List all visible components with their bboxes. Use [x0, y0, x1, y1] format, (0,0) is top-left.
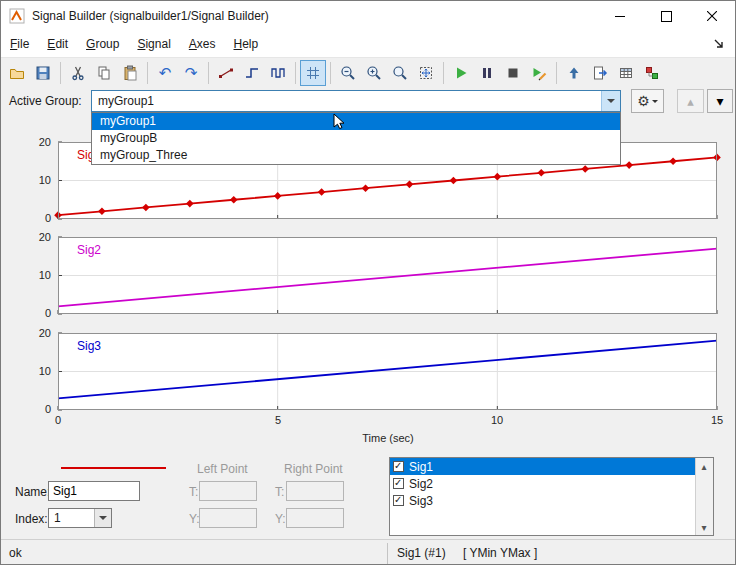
scrollbar[interactable] — [695, 458, 713, 535]
index-select[interactable]: 1 — [48, 508, 112, 528]
active-group-combobox[interactable]: myGroup1 — [91, 90, 621, 112]
table-icon — [618, 65, 634, 81]
menu-edit[interactable]: Edit — [38, 33, 77, 55]
cut-icon — [70, 65, 86, 81]
menu-file[interactable]: File — [1, 33, 38, 55]
app-icon — [9, 8, 25, 24]
redo-button[interactable]: ↷ — [178, 60, 204, 86]
maximize-button[interactable] — [643, 1, 689, 31]
x-tick-label: 10 — [482, 414, 512, 426]
window-controls — [597, 1, 735, 31]
select-arrow-button[interactable] — [94, 509, 111, 527]
list-item-sig2[interactable]: Sig2 — [390, 475, 713, 492]
list-item-sig1[interactable]: Sig1 — [390, 458, 713, 475]
open-button[interactable] — [4, 60, 30, 86]
checkbox-checked-icon[interactable] — [393, 495, 404, 506]
run-all-button[interactable] — [526, 60, 552, 86]
fit-to-view-icon — [418, 65, 434, 81]
pulse-icon — [270, 65, 286, 81]
dropdown-option-mygroup1[interactable]: myGroup1 — [92, 113, 620, 130]
dock-button[interactable] — [711, 36, 727, 52]
open-folder-icon — [9, 65, 25, 81]
right-t-label: T: — [275, 485, 284, 499]
plot-sig2[interactable] — [58, 237, 717, 314]
combobox-arrow-button[interactable] — [601, 91, 620, 111]
stop-button[interactable] — [500, 60, 526, 86]
grid-icon — [305, 65, 321, 81]
chevron-down-icon — [99, 516, 107, 520]
copy-button[interactable] — [91, 60, 117, 86]
toolbar-separator — [443, 62, 444, 84]
step-mode-button[interactable] — [239, 60, 265, 86]
verification-settings-button[interactable] — [639, 60, 665, 86]
segment-mode-button[interactable] — [213, 60, 239, 86]
signal-builder-window: { "window": { "title": "Signal Builder (… — [0, 0, 736, 565]
zoom-icon — [392, 65, 408, 81]
pause-button[interactable] — [474, 60, 500, 86]
paste-button[interactable] — [117, 60, 143, 86]
list-item-sig3[interactable]: Sig3 — [390, 492, 713, 509]
toolbar-separator — [295, 62, 296, 84]
name-input[interactable] — [48, 481, 140, 501]
x-tick-label: 15 — [702, 414, 732, 426]
toolbar-separator — [330, 62, 331, 84]
menu-help[interactable]: Help — [225, 33, 268, 55]
scrollbar-up-button[interactable] — [696, 458, 712, 474]
mouse-cursor — [333, 113, 345, 130]
group-down-button[interactable] — [707, 89, 733, 113]
pulse-mode-button[interactable] — [265, 60, 291, 86]
dock-arrow-icon — [713, 38, 725, 50]
run-all-icon — [531, 65, 547, 81]
active-group-value: myGroup1 — [98, 94, 154, 108]
checkbox-checked-icon[interactable] — [393, 461, 404, 472]
scrollbar-down-button[interactable] — [696, 519, 712, 535]
active-group-dropdown: myGroup1 myGroupB myGroup_Three — [91, 112, 621, 165]
arrow-up-icon — [701, 459, 706, 473]
right-y-field — [286, 508, 344, 528]
cut-button[interactable] — [65, 60, 91, 86]
y-tick-label: 20 — [21, 327, 51, 339]
list-item-label: Sig3 — [409, 494, 433, 508]
redo-icon: ↷ — [185, 65, 198, 81]
dropdown-option-mygroup-three[interactable]: myGroup_Three — [92, 147, 620, 164]
fit-to-view-button[interactable] — [413, 60, 439, 86]
step-icon — [244, 65, 260, 81]
zoom-in-y-button[interactable] — [361, 60, 387, 86]
menu-group[interactable]: Group — [77, 33, 128, 55]
window-title: Signal Builder (signalbuilder1/Signal Bu… — [32, 9, 269, 23]
gear-icon — [637, 93, 650, 109]
undo-button[interactable]: ↶ — [152, 60, 178, 86]
dropdown-option-mygroupb[interactable]: myGroupB — [92, 130, 620, 147]
sig2-title: Sig2 — [77, 243, 101, 257]
menu-signal[interactable]: Signal — [128, 33, 179, 55]
zoom-in-t-button[interactable] — [335, 60, 361, 86]
show-verification-button[interactable] — [561, 60, 587, 86]
minimize-button[interactable] — [597, 1, 643, 31]
run-button[interactable] — [448, 60, 474, 86]
close-button[interactable] — [689, 1, 735, 31]
menu-bar: File Edit Group Signal Axes Help — [1, 31, 735, 58]
name-label: Name: — [15, 485, 50, 499]
signal-table-button[interactable] — [613, 60, 639, 86]
zoom-button[interactable] — [387, 60, 413, 86]
list-item-label: Sig2 — [409, 477, 433, 491]
left-point-label: Left Point — [197, 462, 248, 476]
export-to-model-button[interactable] — [587, 60, 613, 86]
toolbar-separator — [208, 62, 209, 84]
left-t-label: T: — [189, 485, 198, 499]
save-button[interactable] — [30, 60, 56, 86]
group-settings-button[interactable] — [631, 89, 664, 113]
menu-axes[interactable]: Axes — [180, 33, 225, 55]
x-tick-label: 5 — [263, 414, 293, 426]
export-icon — [592, 65, 608, 81]
signal-listbox[interactable]: Sig1 Sig2 Sig3 — [389, 457, 714, 536]
plot-sig3[interactable] — [58, 333, 717, 410]
title-bar: Signal Builder (signalbuilder1/Signal Bu… — [1, 1, 735, 31]
checkbox-checked-icon[interactable] — [393, 478, 404, 489]
active-group-label: Active Group: — [9, 94, 82, 108]
sig3-title: Sig3 — [77, 339, 101, 353]
grid-toggle-button[interactable] — [300, 60, 326, 86]
minimize-icon — [615, 16, 625, 17]
arrow-down-icon — [701, 520, 706, 534]
verification-icon — [644, 65, 660, 81]
